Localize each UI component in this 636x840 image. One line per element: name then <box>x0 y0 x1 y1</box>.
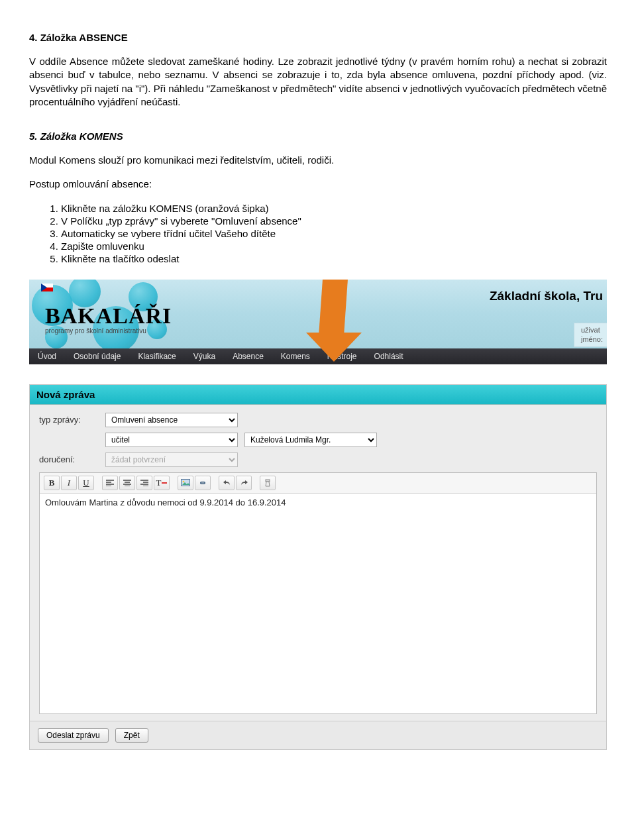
align-center-icon[interactable] <box>119 476 135 490</box>
align-right-icon[interactable] <box>136 476 152 490</box>
menu-odhlasit[interactable]: Odhlásit <box>366 348 412 364</box>
list-item: V Políčku „typ zprávy" si vyberete "Omlu… <box>61 215 607 227</box>
steps-list: Klikněte na záložku KOMENS (oranžová šip… <box>29 202 607 265</box>
redo-icon[interactable] <box>236 476 252 490</box>
main-menu: Úvod Osobní údaje Klasifikace Výuka Abse… <box>29 348 607 364</box>
section4-heading: 4. Záložka ABSENCE <box>29 32 607 43</box>
flag-icon <box>41 284 53 291</box>
app-screenshot: BAKALÁŘI programy pro školní administrat… <box>29 280 607 750</box>
align-left-icon[interactable] <box>102 476 118 490</box>
list-item: Klikněte na záložku KOMENS (oranžová šip… <box>61 202 607 215</box>
underline-icon[interactable]: U <box>78 476 94 490</box>
back-button[interactable]: Zpět <box>115 728 148 743</box>
select-delivery: žádat potvrzení <box>105 452 238 467</box>
menu-osobni-udaje[interactable]: Osobní údaje <box>65 348 129 364</box>
image-icon[interactable] <box>178 476 193 490</box>
app-logo: BAKALÁŘI programy pro školní administrat… <box>45 303 172 335</box>
list-item: Klikněte na tlačítko odeslat <box>61 252 607 265</box>
select-message-type[interactable]: Omluvení absence <box>105 413 238 427</box>
steps-title: Postup omlouvání absence: <box>29 178 607 191</box>
menu-klasifikace[interactable]: Klasifikace <box>129 348 184 364</box>
label-delivery: doručení: <box>39 454 99 464</box>
section4-paragraph: V oddíle Absence můžete sledovat zameška… <box>29 55 607 109</box>
panel-title: Nová zpráva <box>30 385 606 405</box>
send-button[interactable]: Odeslat zprávu <box>38 728 109 743</box>
rich-text-editor: B I U T <box>39 472 597 714</box>
menu-komens[interactable]: Komens <box>272 348 319 364</box>
svg-point-1 <box>183 481 185 483</box>
editor-toolbar: B I U T <box>40 473 596 494</box>
select-teacher[interactable]: Kuželová Ludmila Mgr. <box>244 433 377 447</box>
menu-absence[interactable]: Absence <box>224 348 272 364</box>
menu-nastroje[interactable]: Nástroje <box>319 348 366 364</box>
section5-intro: Modul Komens slouží pro komunikaci mezi … <box>29 154 607 167</box>
school-name: Základní škola, Tru <box>490 289 603 303</box>
text-color-icon[interactable]: T <box>154 476 170 490</box>
link-icon[interactable] <box>195 476 211 490</box>
italic-icon[interactable]: I <box>61 476 77 490</box>
bold-icon[interactable]: B <box>44 476 60 490</box>
undo-icon[interactable] <box>219 476 235 490</box>
select-role[interactable]: učitel <box>105 433 238 447</box>
remove-format-icon[interactable] <box>260 476 276 490</box>
message-textarea[interactable]: Omlouvám Martina z důvodu nemoci od 9.9.… <box>40 494 596 713</box>
new-message-panel: Nová zpráva typ zprávy: Omluvení absence… <box>29 384 607 750</box>
list-item: Automaticky se vybere třídní učitel Vaše… <box>61 227 607 240</box>
menu-vyuka[interactable]: Výuka <box>185 348 224 364</box>
app-banner: BAKALÁŘI programy pro školní administrat… <box>29 280 607 364</box>
label-type: typ zprávy: <box>39 415 99 425</box>
list-item: Zapište omluvenku <box>61 240 607 252</box>
section5-heading: 5. Záložka KOMENS <box>29 131 607 142</box>
user-box: uživat jméno: <box>574 323 607 347</box>
menu-uvod[interactable]: Úvod <box>29 348 65 364</box>
